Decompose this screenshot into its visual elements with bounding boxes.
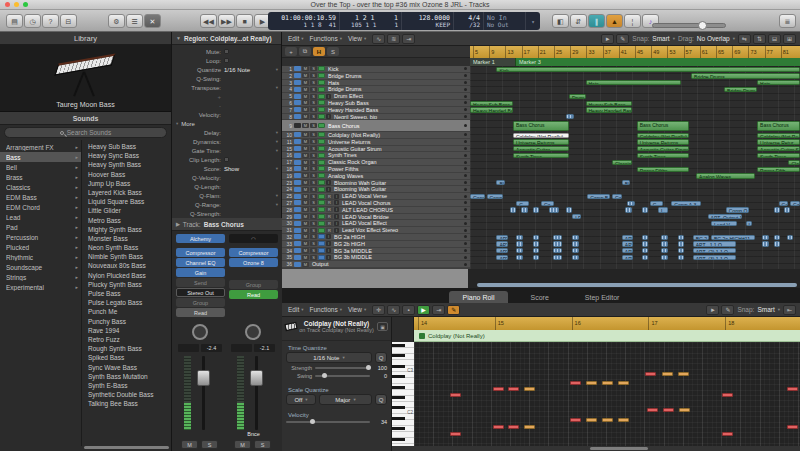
track-row[interactable]: 34MSIBG 3a MIDDLE xyxy=(282,248,470,255)
track-row[interactable]: 4MSBridge Drums xyxy=(282,86,470,93)
library-patch-item[interactable]: Retro Fuzz xyxy=(82,335,172,344)
library-category[interactable]: Pad▸ xyxy=(0,222,81,232)
input-monitor-icon[interactable]: I xyxy=(326,114,331,119)
quick-help-icon[interactable]: ? xyxy=(42,14,59,28)
track-solo-button[interactable]: S xyxy=(310,153,317,158)
lcd-display[interactable]: 01:00:00:10.59 1 1 8 41 1 2 1 1 105 1 1 … xyxy=(268,12,540,30)
arrange-region[interactable]: Power Fifth xyxy=(757,167,800,172)
arrange-region[interactable]: Bass Chorus xyxy=(757,121,800,131)
zoom-in-icon[interactable]: ⊞ xyxy=(783,34,796,44)
track-on-button[interactable] xyxy=(294,160,301,165)
stepper-icon[interactable]: ▾ xyxy=(276,139,278,144)
arrange-region[interactable]: Synth Tines xyxy=(757,153,800,158)
arrange-region[interactable]: APT_Output 1 xyxy=(708,214,743,219)
midi-note[interactable] xyxy=(662,372,673,376)
track-record-button[interactable]: R xyxy=(326,200,333,205)
arrange-region[interactable]: Drum xyxy=(569,94,586,99)
input-monitor-icon[interactable]: I xyxy=(334,194,339,199)
track-inspector-header[interactable]: ▶ Track: Bass Chorus xyxy=(172,218,282,231)
track-solo-button[interactable]: S xyxy=(310,180,317,185)
track-mute-button[interactable]: M xyxy=(302,207,309,212)
library-patch-item[interactable]: Rave 1994 xyxy=(82,326,172,335)
replace-icon[interactable]: ⇵ xyxy=(570,14,587,28)
checkbox[interactable] xyxy=(224,49,229,54)
plugin-slot-send[interactable]: Send xyxy=(176,278,225,287)
track-row[interactable]: 11MSUniverse Returns xyxy=(282,139,470,146)
menu-view[interactable]: View▾ xyxy=(346,306,368,313)
midi-activity-icon[interactable]: ▪ xyxy=(402,305,415,315)
library-patch-item[interactable]: Pulse Legato Bass xyxy=(82,298,172,307)
track-solo-button[interactable]: S xyxy=(310,207,317,212)
track-solo-button[interactable]: S xyxy=(310,123,317,128)
library-patch-item[interactable]: Nimble Synth Bass xyxy=(82,252,172,261)
arrange-region[interactable]: APT xyxy=(622,248,634,253)
library-patch-item[interactable]: Pulse Bass xyxy=(82,289,172,298)
arrange-scrollbar[interactable] xyxy=(477,283,797,287)
arrange-region[interactable]: Co xyxy=(612,194,622,199)
arrange-region[interactable] xyxy=(572,255,579,260)
input-monitor-icon[interactable]: I xyxy=(326,248,331,253)
track-solo-button[interactable]: S xyxy=(310,73,317,78)
track-mute-button[interactable]: M xyxy=(302,221,309,226)
midi-note[interactable] xyxy=(508,387,519,391)
track-record-button[interactable]: R xyxy=(326,228,333,233)
quantize-apply-button[interactable]: Q xyxy=(375,352,387,363)
arrange-region[interactable]: APT_(3).1.1 O xyxy=(693,255,736,260)
waveform-zoom-icon[interactable]: ⊟ xyxy=(768,34,781,44)
midi-note[interactable] xyxy=(722,432,733,436)
track-solo-button[interactable]: S xyxy=(310,248,317,253)
arrange-region[interactable] xyxy=(572,248,579,253)
arrange-region[interactable] xyxy=(678,255,685,260)
arrange-region[interactable] xyxy=(533,248,540,253)
track-row[interactable]: 30MSRILEAD Vocal Effect xyxy=(282,220,470,227)
track-solo-button[interactable]: S xyxy=(310,228,317,233)
midi-note[interactable] xyxy=(618,381,629,385)
inspector-row[interactable]: Q-Strength: xyxy=(172,209,281,218)
track-solo-button[interactable]: S xyxy=(310,255,317,260)
arrange-region[interactable]: Synth Tines xyxy=(637,153,690,158)
arrange-region[interactable] xyxy=(678,248,685,253)
track-mute-button[interactable]: M xyxy=(302,107,309,112)
inspector-row[interactable]: Score:Show▾ xyxy=(172,164,281,173)
arrange-region[interactable]: C xyxy=(516,201,529,206)
search-input[interactable]: Search Sounds xyxy=(4,127,167,138)
arrange-region[interactable] xyxy=(642,207,649,212)
track-on-button[interactable] xyxy=(294,100,301,105)
plugin-slot-group[interactable]: Group xyxy=(229,280,278,289)
arrange-region[interactable] xyxy=(516,241,523,246)
inspector-row[interactable]: Clip Length: xyxy=(172,155,281,164)
track-row[interactable]: 8MSINegril Sweep. bip xyxy=(282,114,470,121)
plugin-slot-stereo-out[interactable]: Stereo Out xyxy=(176,288,225,297)
track-mute-button[interactable]: M xyxy=(302,80,309,85)
arrange-region[interactable] xyxy=(533,235,540,240)
library-patch-item[interactable]: Sync Wave Bass xyxy=(82,363,172,372)
midi-note[interactable] xyxy=(663,408,674,412)
midi-note[interactable] xyxy=(524,425,535,429)
plugin-slot-group[interactable]: Group xyxy=(176,298,225,307)
track-solo-button[interactable]: S xyxy=(310,146,317,151)
arrange-region[interactable]: Comp B. xyxy=(470,194,485,199)
library-patch-item[interactable]: Mighty Synth Bass xyxy=(82,225,172,234)
track-row[interactable]: 35MSIBG 3b MIDDLE xyxy=(282,254,470,261)
solo-button[interactable]: S xyxy=(254,440,271,449)
inspector-row[interactable]: Velocity: xyxy=(172,110,281,119)
stepper-icon[interactable]: ▾ xyxy=(276,130,278,135)
menu-view[interactable]: View▾ xyxy=(346,35,368,42)
lcd-io[interactable]: No In No Out xyxy=(484,12,526,30)
stepper-icon[interactable]: ▾ xyxy=(276,193,278,198)
library-patch-item[interactable]: Synth E-Bass xyxy=(82,381,172,390)
automation-icon[interactable]: ∿ xyxy=(387,305,400,315)
library-category[interactable]: Plucked▸ xyxy=(0,242,81,252)
arrange-region[interactable]: Bass Chorus xyxy=(637,121,690,131)
arrange-region[interactable] xyxy=(572,241,579,246)
inspector-toggle-icon[interactable]: ◷ xyxy=(24,14,41,28)
input-monitor-icon[interactable]: I xyxy=(334,214,339,219)
arrange-region[interactable] xyxy=(661,248,668,253)
track-on-button[interactable] xyxy=(294,207,301,212)
track-row[interactable]: 6MSHeavy Sub Bass xyxy=(282,100,470,107)
midi-note[interactable] xyxy=(722,393,733,397)
arrange-region[interactable] xyxy=(553,241,563,246)
midi-note[interactable] xyxy=(570,381,581,385)
track-mute-button[interactable]: M xyxy=(302,255,309,260)
track-mute-button[interactable]: M xyxy=(302,139,309,144)
